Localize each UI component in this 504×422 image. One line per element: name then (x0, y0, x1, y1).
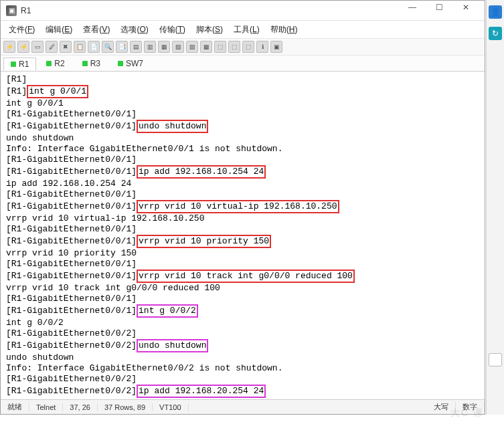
maximize-button[interactable]: ☐ (426, 3, 452, 19)
toolbar-button[interactable]: ▩ (200, 41, 212, 53)
toolbar-button[interactable]: ⬚ (242, 41, 254, 53)
side-user-icon[interactable]: 👤 (489, 5, 502, 19)
highlight-box: undo shutdown (137, 339, 208, 352)
toolbar-button[interactable]: ▨ (186, 41, 198, 53)
terminal-line: Info: Interface GigabitEthernet0/0/2 is … (6, 363, 479, 374)
toolbar-button[interactable]: ⚡ (17, 41, 29, 53)
status-dot-icon (11, 62, 16, 67)
tab-r3[interactable]: R3 (75, 57, 108, 70)
menu-view[interactable]: 查看(V) (79, 23, 114, 37)
close-button[interactable]: ✕ (452, 3, 479, 19)
toolbar-button[interactable]: ⚡ (3, 41, 15, 53)
highlight-box: vrrp vrid 10 track int g0/0/0 reduced 10… (137, 270, 355, 283)
terminal-line: [R1-GigabitEthernet0/0/2]ip add 192.168.… (6, 385, 479, 398)
menu-transfer[interactable]: 传输(T) (155, 23, 189, 37)
status-cursor-pos: 37, 26 (63, 403, 98, 411)
menu-options[interactable]: 选项(O) (116, 23, 152, 37)
toolbar-button[interactable]: 🔍 (102, 41, 114, 53)
terminal-line: [R1-GigabitEthernet0/0/1] (6, 259, 479, 270)
status-dot-icon (46, 61, 52, 66)
statusbar: 就绪 Telnet 37, 26 37 Rows, 89 VT100 大写 数字 (1, 399, 485, 414)
menu-file[interactable]: 文件(F) (5, 23, 39, 37)
terminal-line: int g 0/0/2 (6, 318, 479, 328)
terminal-line: [R1-GigabitEthernet0/0/1]vrrp vrid 10 pr… (6, 235, 479, 248)
app-icon: ▣ (6, 5, 17, 16)
toolbar-button[interactable]: ▥ (144, 41, 156, 53)
side-tool-icon[interactable]: ↻ (489, 27, 502, 40)
toolbar-button[interactable]: ⬚ (228, 41, 240, 53)
side-panel: 👤 ↻ (486, 0, 504, 415)
titlebar[interactable]: ▣ R1 — ☐ ✕ (1, 1, 485, 21)
terminal-line: int g 0/0/1 (6, 98, 479, 109)
side-folder-icon[interactable] (489, 353, 502, 366)
status-emulation: VT100 (153, 403, 188, 411)
toolbar-button[interactable]: 📑 (116, 41, 128, 53)
toolbar-button[interactable]: 📋 (74, 41, 86, 53)
terminal-line: [R1]int g 0/0/1 (6, 85, 479, 98)
tab-r1[interactable]: R1 (3, 58, 36, 70)
highlight-box: vrrp vrid 10 virtual-ip 192.168.10.250 (137, 200, 339, 213)
highlight-box: ip add 192.168.20.254 24 (137, 385, 266, 398)
menu-help[interactable]: 帮助(H) (266, 23, 302, 37)
terminal-line: [R1-GigabitEthernet0/0/1]vrrp vrid 10 vi… (6, 200, 479, 213)
tab-r2[interactable]: R2 (39, 57, 72, 70)
menu-edit[interactable]: 编辑(E) (41, 23, 76, 37)
terminal-line: [R1-GigabitEthernet0/0/2] (6, 374, 479, 385)
menu-script[interactable]: 脚本(S) (192, 23, 227, 37)
toolbar-button[interactable]: ▤ (130, 41, 142, 53)
terminal-line: [R1-GigabitEthernet0/0/1] (6, 294, 479, 304)
status-caps: 大写 (427, 402, 456, 412)
window-title: R1 (21, 6, 399, 15)
toolbar-button[interactable]: 📄 (88, 41, 100, 53)
highlight-box: int g 0/0/1 (27, 85, 88, 98)
terminal-line: undo shutdown (6, 352, 479, 363)
highlight-box: vrrp vrid 10 priority 150 (137, 235, 271, 248)
terminal-line: vrrp vrid 10 priority 150 (6, 248, 479, 259)
app-window: ▣ R1 — ☐ ✕ 文件(F) 编辑(E) 查看(V) 选项(O) 传输(T)… (0, 0, 485, 415)
toolbar-button[interactable]: ▭ (31, 41, 44, 53)
terminal-line: Info: Interface GigabitEthernet0/0/1 is … (6, 144, 479, 154)
status-ready: 就绪 (1, 402, 29, 412)
toolbar-button[interactable]: ▣ (270, 41, 282, 53)
terminal-line: [R1-GigabitEthernet0/0/2] (6, 328, 479, 339)
terminal-line: [R1] (6, 74, 479, 85)
terminal-line: vrrp vrid 10 virtual-ip 192.168.10.250 (6, 213, 479, 224)
menu-tools[interactable]: 工具(L) (230, 23, 264, 37)
highlight-box: undo shutdown (137, 120, 208, 133)
terminal-line: vrrp vrid 10 track int g0/0/0 reduced 10… (6, 283, 479, 294)
toolbar-help-icon[interactable]: ℹ (256, 41, 268, 53)
terminal-line: [R1-GigabitEthernet0/0/1] (6, 154, 479, 165)
terminal-line: [R1-GigabitEthernet0/0/1]vrrp vrid 10 tr… (6, 270, 479, 283)
minimize-button[interactable]: — (399, 3, 426, 19)
terminal-line: [R1-GigabitEthernet0/0/2]undo shutdown (6, 339, 479, 352)
terminal-line: ip add 192.168.10.254 24 (6, 179, 479, 189)
terminal-line: [R1-GigabitEthernet0/0/1]undo shutdown (6, 120, 479, 133)
toolbar-button[interactable]: ▦ (158, 41, 170, 53)
toolbar: ⚡ ⚡ ▭ 🖉 ✖ 📋 📄 🔍 📑 ▤ ▥ ▦ ▧ ▨ ▩ ⬚ ⬚ ⬚ ℹ ▣ (1, 38, 485, 56)
terminal-line: undo shutdown (6, 133, 479, 144)
toolbar-button[interactable]: ✖ (60, 41, 72, 53)
tabbar: R1 R2 R3 SW7 (1, 56, 485, 72)
terminal-output[interactable]: [R1][R1]int g 0/0/1int g 0/0/1[R1-Gigabi… (1, 72, 485, 399)
terminal-line: [R1-GigabitEthernet0/0/1]int g 0/0/2 (6, 304, 479, 318)
terminal-line: [R1-GigabitEthernet0/0/1]ip add 192.168.… (6, 165, 479, 179)
highlight-box: int g 0/0/2 (137, 304, 198, 318)
toolbar-button[interactable]: 🖉 (46, 41, 58, 53)
terminal-line: [R1-GigabitEthernet0/0/1] (6, 109, 479, 120)
toolbar-button[interactable]: ▧ (172, 41, 184, 53)
status-numlock: 数字 (456, 402, 485, 412)
highlight-box: ip add 192.168.10.254 24 (137, 165, 266, 179)
status-rows: 37 Rows, 89 (98, 403, 153, 411)
tab-sw7[interactable]: SW7 (110, 57, 151, 70)
menubar: 文件(F) 编辑(E) 查看(V) 选项(O) 传输(T) 脚本(S) 工具(L… (1, 21, 485, 38)
terminal-line: [R1-GigabitEthernet0/0/1] (6, 224, 479, 235)
status-dot-icon (82, 61, 88, 66)
toolbar-button[interactable]: ⬚ (214, 41, 226, 53)
status-protocol: Telnet (29, 403, 63, 411)
terminal-line: [R1-GigabitEthernet0/0/1] (6, 189, 479, 200)
status-dot-icon (118, 61, 123, 66)
